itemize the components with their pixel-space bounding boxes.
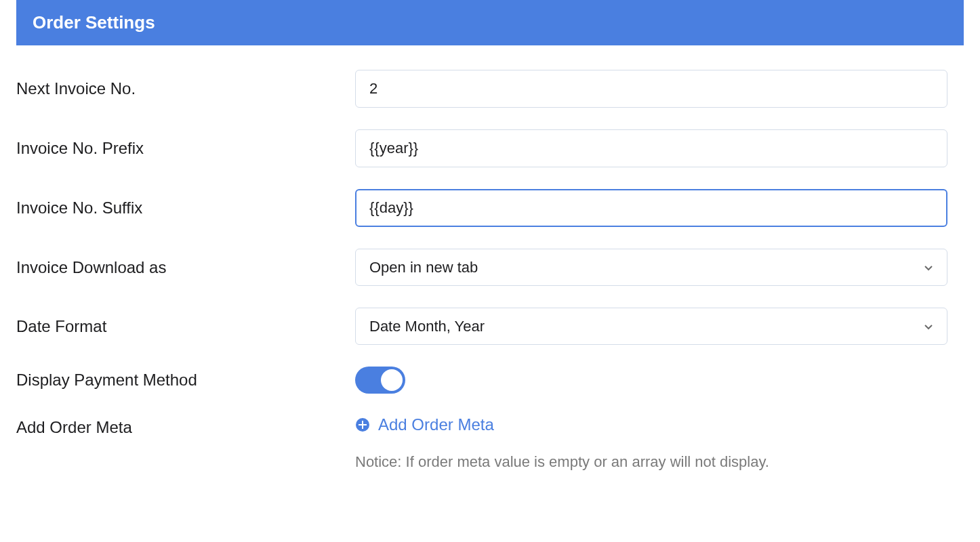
svg-rect-2 [359, 424, 367, 425]
select-date-format[interactable]: Date Month, Year [355, 308, 947, 345]
label-invoice-download: Invoice Download as [16, 258, 355, 277]
panel-title: Order Settings [33, 12, 155, 33]
label-invoice-prefix: Invoice No. Prefix [16, 139, 355, 158]
panel-header: Order Settings [16, 0, 964, 45]
label-next-invoice-no: Next Invoice No. [16, 79, 355, 98]
input-next-invoice-no[interactable] [355, 70, 947, 108]
notice-text: Notice: If order meta value is empty or … [355, 453, 964, 471]
input-invoice-suffix[interactable] [355, 189, 947, 227]
toggle-knob [381, 369, 403, 391]
row-add-order-meta: Add Order Meta Add Order Meta [0, 404, 980, 448]
label-add-order-meta: Add Order Meta [16, 415, 355, 437]
row-invoice-suffix: Invoice No. Suffix [0, 178, 980, 238]
input-invoice-prefix[interactable] [355, 129, 947, 167]
row-notice: Notice: If order meta value is empty or … [0, 448, 980, 487]
select-invoice-download[interactable]: Open in new tab [355, 249, 947, 286]
row-date-format: Date Format Date Month, Year [0, 297, 980, 356]
add-order-meta-button[interactable]: Add Order Meta [355, 415, 494, 434]
row-display-payment-method: Display Payment Method [0, 356, 980, 404]
row-invoice-download: Invoice Download as Open in new tab [0, 238, 980, 297]
toggle-display-payment-method[interactable] [355, 367, 405, 394]
row-next-invoice-no: Next Invoice No. [0, 59, 980, 119]
add-order-meta-button-label: Add Order Meta [378, 415, 494, 434]
row-invoice-prefix: Invoice No. Prefix [0, 119, 980, 178]
plus-circle-icon [355, 417, 370, 432]
label-display-payment-method: Display Payment Method [16, 371, 355, 390]
label-invoice-suffix: Invoice No. Suffix [16, 199, 355, 217]
label-date-format: Date Format [16, 317, 355, 336]
